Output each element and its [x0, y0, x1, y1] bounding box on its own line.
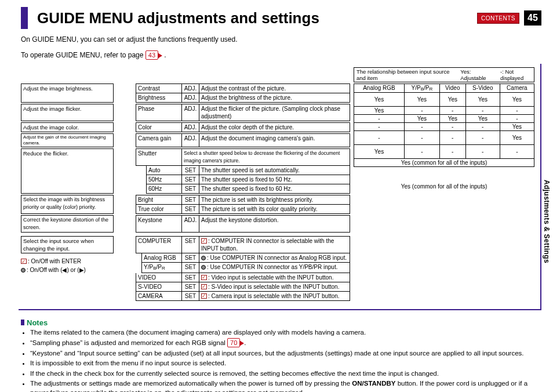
mx: - — [500, 114, 534, 122]
mx: Yes — [500, 92, 534, 106]
mx: - — [465, 106, 500, 114]
desc: : Video input is selectable with the INP… — [199, 273, 350, 282]
item-bright: Bright — [136, 195, 182, 205]
desc: Select a shutter speed below to decrease… — [182, 148, 350, 166]
mode: ADJ. — [182, 84, 199, 93]
settings-grid: Adjust the image brightness. Contrast AD… — [21, 84, 350, 302]
note-5: If the check in the check box for the cu… — [30, 369, 541, 379]
notes-list: The items related to the camera (the doc… — [21, 328, 541, 392]
item-keystone: Keystone — [136, 215, 182, 233]
mode: SET — [182, 195, 199, 205]
checkbox-icon — [201, 293, 207, 299]
mx: - — [405, 122, 440, 130]
item-phase: Phase — [136, 104, 182, 121]
item-sh-auto: Auto — [146, 166, 182, 175]
side-tab: Adjustments & Settings — [543, 180, 551, 263]
mx: - — [354, 130, 405, 144]
compatibility-matrix: Analog RGB Y/PB/PR Video S-Video Camera … — [354, 84, 534, 206]
note-color: Adjust the image color. — [21, 122, 114, 132]
note-4: It is impossible to exit from the menu i… — [30, 359, 541, 368]
item-sh-60: 60Hz — [146, 184, 182, 194]
note-flicker: Adjust the image flicker. — [21, 104, 114, 121]
legend: : On/Off with ENTER : On/Off with (◀) or… — [21, 257, 114, 274]
desc: Adjust the color depth of the picture. — [199, 122, 350, 132]
desc: : S-Video input is selectable with the I… — [199, 282, 350, 292]
mx: Yes — [439, 114, 465, 122]
note-brightness: Adjust the image brightness. — [21, 84, 114, 103]
mx: Yes — [439, 92, 465, 106]
note-1: The items related to the camera (the doc… — [30, 328, 541, 337]
note-keystone: Correct the keystone distortion of the s… — [21, 215, 114, 233]
note-reduce: Reduce the flicker. — [21, 148, 114, 194]
item-cgain: Camera gain — [136, 133, 182, 147]
purple-accent-bar — [21, 7, 28, 29]
mx: Yes — [500, 130, 534, 144]
checkbox-icon — [21, 259, 27, 264]
mode: SET — [182, 273, 199, 282]
mx: Yes — [405, 92, 440, 106]
mode: ADJ. — [182, 93, 199, 103]
checkbox-icon — [201, 275, 207, 280]
radio-icon — [201, 265, 206, 270]
mx: - — [405, 130, 440, 144]
mx: Yes — [465, 114, 500, 122]
item-sh-50: 50Hz — [146, 175, 182, 184]
desc: Adjust the brightness of the picture. — [199, 93, 350, 103]
desc: : Use COMPUTER IN connector as Analog RG… — [199, 253, 350, 263]
mx: Yes — [500, 122, 534, 130]
item-contrast: Contrast — [136, 84, 182, 93]
caption-c: -: Not displayed — [500, 68, 532, 81]
desc: : Camera input is selectable with the IN… — [199, 292, 350, 301]
content-frame: Adjustments & Settings The relationship … — [21, 64, 541, 310]
legend-dot: : On/Off with (◀) or (▶) — [27, 267, 86, 273]
desc: The shutter speed is set automatically. — [199, 166, 350, 175]
mx: Yes — [405, 114, 440, 122]
mx: - — [465, 144, 500, 158]
mx: - — [465, 130, 500, 144]
mx: Yes — [354, 144, 405, 158]
mode: SET — [182, 205, 199, 214]
mode: SET — [182, 292, 199, 301]
item-camera: CAMERA — [136, 292, 182, 301]
mx-h0: Analog RGB — [354, 84, 405, 92]
mx: - — [405, 144, 440, 158]
desc: Adjust the flicker of the picture. (Samp… — [199, 104, 350, 121]
note-input: Select the input source when changing th… — [21, 236, 114, 253]
desc: The shutter speed is fixed to 60 Hz. — [199, 184, 350, 194]
mode: SET — [182, 263, 199, 273]
radio-icon — [201, 256, 206, 260]
mx-common1: Yes (common for all of the inputs) — [354, 158, 534, 166]
mode: SET — [182, 282, 199, 292]
legend-check: : On/Off with ENTER — [28, 258, 81, 264]
item-truecolor: True color — [136, 205, 182, 214]
item-ypbpr: Y/PB/PR — [141, 263, 182, 273]
desc: : COMPUTER IN connector is selectable wi… — [199, 236, 350, 253]
intro-2b: . — [164, 51, 166, 59]
intro-2a: To operate GUIDE MENU, refer to page — [21, 51, 145, 59]
header: GUIDE MENU adjustments and settings CONT… — [30, 7, 541, 29]
mx: - — [439, 106, 465, 114]
desc: Adjust the keystone distortion. — [199, 215, 350, 233]
page-ref-43[interactable]: 43 — [145, 50, 158, 60]
mx: - — [439, 122, 465, 130]
mode: ADJ. — [182, 122, 199, 132]
item-video: VIDEO — [136, 273, 182, 282]
mx: Yes — [354, 92, 405, 106]
mode: ADJ. — [182, 215, 199, 233]
radio-icon — [21, 268, 26, 273]
page-title: GUIDE MENU adjustments and settings — [37, 9, 319, 27]
desc: The picture is set with its brightness p… — [199, 195, 350, 205]
checkbox-icon — [201, 284, 207, 289]
note-2: “Sampling phase” is adjusted and memoriz… — [30, 338, 541, 348]
note-gain: Adjust the gain of the document imaging … — [21, 133, 114, 147]
mode: SET — [182, 175, 199, 184]
desc: : Use COMPUTER IN connector as Y/PB/PR i… — [199, 263, 350, 273]
desc: The shutter speed is fixed to 50 Hz. — [199, 175, 350, 184]
mx: - — [500, 144, 534, 158]
contents-button[interactable]: CONTENTS — [477, 13, 519, 24]
mx: - — [354, 122, 405, 130]
mx: - — [465, 122, 500, 130]
item-shutter: Shutter — [136, 148, 182, 166]
mx-h1: Y/PB/PR — [405, 84, 440, 92]
page-ref-70[interactable]: 70 — [227, 338, 240, 347]
